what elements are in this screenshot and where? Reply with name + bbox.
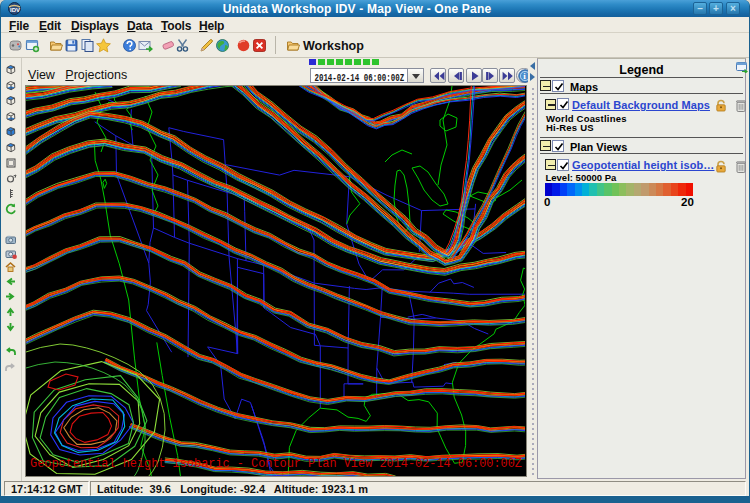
- svg-text:Geopotential height isobaric -: Geopotential height isobaric - Contour P…: [30, 457, 522, 471]
